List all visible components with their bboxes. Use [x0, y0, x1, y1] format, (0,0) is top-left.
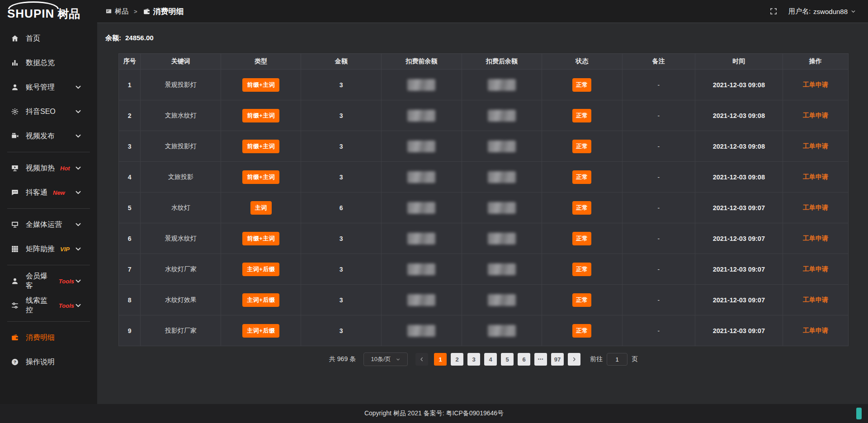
member-icon: [11, 277, 19, 285]
chevron-down-icon: [74, 277, 82, 285]
sliders-icon: [11, 301, 19, 310]
cell-time: 2021-12-03 09:07: [695, 193, 783, 223]
page-button-97[interactable]: 97: [551, 353, 564, 366]
chevron-down-icon: [74, 301, 82, 310]
monitor-icon: [11, 221, 19, 229]
balance-label: 余额:: [105, 34, 121, 42]
page-button-3[interactable]: 3: [467, 353, 480, 366]
breadcrumb-root[interactable]: 树品: [105, 7, 128, 16]
work-order-link[interactable]: 工单申请: [803, 173, 828, 180]
cell-balance-before: [382, 162, 462, 193]
work-order-link[interactable]: 工单申请: [803, 204, 828, 211]
fullscreen-icon[interactable]: [769, 7, 778, 15]
cell-status: 正常: [542, 193, 623, 223]
pagination: 共 969 条 10条/页 123456•••97 前往 页: [118, 352, 849, 366]
work-order-link[interactable]: 工单申请: [803, 327, 828, 334]
masked-balance-before: [407, 325, 435, 337]
cell-balance-before: [382, 193, 462, 223]
sidebar-item-douyin-seo[interactable]: 抖音SEO: [0, 99, 97, 124]
cell-remark: -: [622, 100, 695, 131]
page-button-2[interactable]: 2: [451, 353, 463, 366]
cell-action: 工单申请: [783, 131, 848, 162]
sidebar-item-member-baoke[interactable]: 会员爆客Tools: [0, 269, 97, 293]
cell-balance-before: [382, 223, 462, 254]
sidebar-item-consumption-detail[interactable]: 消费明细: [0, 325, 97, 350]
masked-balance-before: [407, 171, 435, 183]
sidebar-item-douketong[interactable]: 抖客通New: [0, 180, 97, 205]
cell-keyword: 文旅投影灯: [141, 131, 221, 162]
masked-balance-before: [407, 202, 435, 214]
sidebar-item-label: 消费明细: [26, 333, 55, 343]
sidebar-item-video-publish[interactable]: 视频发布: [0, 124, 97, 148]
masked-balance-after: [488, 79, 516, 91]
masked-balance-before: [407, 294, 435, 306]
column-header: 状态: [542, 54, 623, 70]
masked-balance-before: [407, 263, 435, 275]
status-badge: 正常: [572, 109, 591, 122]
next-page-button[interactable]: [568, 353, 580, 366]
cell-index: 4: [119, 162, 141, 193]
masked-balance-after: [488, 110, 516, 122]
masked-balance-after: [488, 202, 516, 214]
sidebar-item-matrix-boost[interactable]: 矩阵助推VIP: [0, 237, 97, 261]
work-order-link[interactable]: 工单申请: [803, 296, 828, 303]
cell-type: 主词+后缀: [221, 285, 301, 315]
sidebar-item-operation-guide[interactable]: ?操作说明: [0, 350, 97, 374]
sidebar-item-label: 账号管理: [26, 83, 55, 92]
footer: Copyright 树品 2021 备案号: 粤ICP备09019646号: [0, 404, 868, 423]
cell-amount: 3: [301, 162, 382, 193]
masked-balance-after: [488, 233, 516, 244]
cell-index: 2: [119, 100, 141, 131]
work-order-link[interactable]: 工单申请: [803, 265, 828, 273]
topbar: SHUPIN 树品 树品 > 消费明细 用户名: zswodun88: [0, 0, 868, 23]
column-header: 金额: [301, 54, 382, 70]
cell-balance-after: [462, 162, 542, 193]
sidebar-item-label: 矩阵助推: [26, 244, 55, 254]
work-order-link[interactable]: 工单申请: [803, 81, 828, 88]
work-order-link[interactable]: 工单申请: [803, 235, 828, 242]
chevron-down-icon: [74, 164, 82, 172]
cell-type: 主词+后缀: [221, 254, 301, 285]
cell-index: 1: [119, 70, 141, 100]
cell-time: 2021-12-03 09:07: [695, 223, 783, 254]
sidebar-item-media-operation[interactable]: 全媒体运营: [0, 212, 97, 237]
cell-amount: 3: [301, 315, 382, 346]
work-order-link[interactable]: 工单申请: [803, 142, 828, 150]
sidebar-item-data-overview[interactable]: 数据总览: [0, 51, 97, 75]
prev-page-button[interactable]: [415, 353, 428, 366]
table-row: 7水纹灯厂家主词+后缀3正常-2021-12-03 09:07工单申请: [119, 254, 849, 285]
column-header: 序号: [119, 54, 141, 70]
sidebar-item-video-heat[interactable]: 视频加热Hot: [0, 156, 97, 180]
sidebar-item-lead-monitor[interactable]: 线索监控Tools: [0, 293, 97, 318]
cell-index: 7: [119, 254, 141, 285]
cell-time: 2021-12-03 09:07: [695, 315, 783, 346]
chevron-down-icon: [850, 9, 856, 14]
goto-page-input[interactable]: [607, 353, 627, 366]
sidebar-item-account-management[interactable]: 账号管理: [0, 75, 97, 99]
main-content: 余额: 24856.00 序号关键词类型金额扣费前余额扣费后余额状态备注时间操作…: [97, 23, 868, 404]
page-button-6[interactable]: 6: [518, 353, 530, 366]
table-header-row: 序号关键词类型金额扣费前余额扣费后余额状态备注时间操作: [119, 54, 849, 70]
page-button-4[interactable]: 4: [484, 353, 497, 366]
page-size-select[interactable]: 10条/页: [363, 352, 408, 366]
cell-status: 正常: [542, 100, 623, 131]
user-menu[interactable]: 用户名: zswodun88: [788, 7, 856, 16]
chevron-down-icon: [74, 221, 82, 229]
page-button-5[interactable]: 5: [501, 353, 514, 366]
goto-label: 前往: [590, 355, 603, 363]
cell-balance-after: [462, 70, 542, 100]
screen-play-icon: [11, 164, 19, 172]
sidebar-item-home[interactable]: 首页: [0, 26, 97, 51]
balance-value: 24856.00: [125, 34, 154, 42]
page-button-1[interactable]: 1: [434, 353, 447, 366]
service-widget[interactable]: [856, 408, 862, 419]
goto-unit: 页: [632, 355, 638, 363]
work-order-link[interactable]: 工单申请: [803, 112, 828, 119]
cell-keyword: 景观水纹灯: [141, 223, 221, 254]
cell-time: 2021-12-03 09:07: [695, 285, 783, 315]
type-badge: 主词: [250, 201, 272, 215]
cell-amount: 6: [301, 193, 382, 223]
column-header: 关键词: [141, 54, 221, 70]
consumption-table: 序号关键词类型金额扣费前余额扣费后余额状态备注时间操作 1景观投影灯前缀+主词3…: [118, 53, 849, 346]
page-ellipsis-button[interactable]: •••: [534, 353, 547, 366]
